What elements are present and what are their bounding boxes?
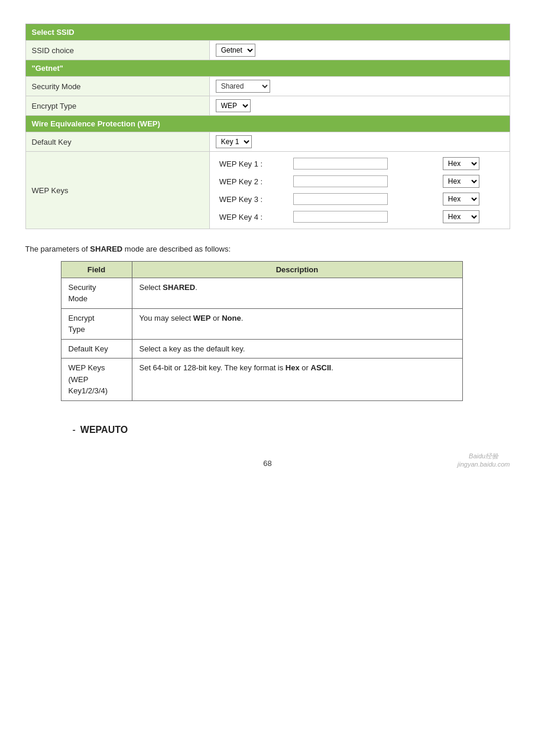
security-mode-label: Security Mode bbox=[25, 77, 209, 96]
wep-key-3-label: WEP Key 3 : bbox=[216, 190, 290, 208]
encrypt-type-label: Encrypt Type bbox=[25, 96, 209, 116]
info-row-wep-keys: WEP Keys(WEPKey1/2/3/4) Set 64-bit or 12… bbox=[61, 359, 462, 401]
wep-key-3-format-select[interactable]: Hex ASCII bbox=[443, 193, 479, 206]
wep-key-row-4: WEP Key 4 : Hex ASCII bbox=[216, 208, 504, 226]
getnet-header: "Getnet" bbox=[25, 60, 510, 77]
wep-keys-field: WEP Keys(WEPKey1/2/3/4) bbox=[61, 359, 132, 401]
wep-key-1-label: WEP Key 1 : bbox=[216, 155, 290, 172]
wep-key-row-2: WEP Key 2 : Hex ASCII bbox=[216, 172, 504, 190]
security-mode-desc: Select SHARED. bbox=[132, 278, 462, 308]
security-mode-select[interactable]: Open Shared WPA-PSK WPA2-PSK bbox=[216, 80, 270, 93]
wep-key-2-format-select[interactable]: Hex ASCII bbox=[443, 175, 479, 188]
wep-keys-desc: Set 64-bit or 128-bit key. The key forma… bbox=[132, 359, 462, 401]
encrypt-type-cell: WEP None bbox=[209, 96, 510, 116]
wep-key-2-format-cell: Hex ASCII bbox=[439, 172, 504, 190]
default-key-label: Default Key bbox=[25, 132, 209, 152]
page-footer: 68 Baidu经验jingyan.baidu.com bbox=[25, 459, 510, 468]
info-row-security-mode: SecurityMode Select SHARED. bbox=[61, 278, 462, 308]
info-row-default-key: Default Key Select a key as the default … bbox=[61, 339, 462, 359]
security-mode-cell: Open Shared WPA-PSK WPA2-PSK bbox=[209, 77, 510, 96]
wep-key-4-input-cell bbox=[290, 208, 439, 226]
page-number: 68 bbox=[263, 459, 271, 468]
info-table: Field Description SecurityMode Select SH… bbox=[61, 261, 463, 401]
encrypt-type-select[interactable]: WEP None bbox=[216, 99, 251, 112]
wep-key-3-input[interactable] bbox=[293, 193, 388, 205]
wepauto-dash: - bbox=[73, 425, 76, 435]
wep-key-2-input-cell bbox=[290, 172, 439, 190]
wep-key-4-input[interactable] bbox=[293, 211, 388, 223]
default-key-cell: Key 1 Key 2 Key 3 Key 4 bbox=[209, 132, 510, 152]
watermark-text: Baidu经验jingyan.baidu.com bbox=[458, 452, 510, 468]
description-suffix: mode are described as follows: bbox=[122, 245, 231, 253]
default-key-select[interactable]: Key 1 Key 2 Key 3 Key 4 bbox=[216, 135, 252, 148]
description-text: The parameters of SHARED mode are descri… bbox=[25, 243, 510, 255]
baidu-watermark: Baidu经验jingyan.baidu.com bbox=[458, 452, 510, 468]
ssid-choice-value: Getnet bbox=[209, 41, 510, 60]
encrypt-type-field: EncryptType bbox=[61, 308, 132, 339]
description-prefix: The parameters of bbox=[25, 245, 90, 253]
default-key-field: Default Key bbox=[61, 339, 132, 359]
wep-header: Wire Equivalence Protection (WEP) bbox=[25, 116, 510, 132]
wep-keys-label: WEP Keys bbox=[25, 152, 209, 229]
col-field: Field bbox=[61, 261, 132, 278]
wep-key-4-format-select[interactable]: Hex ASCII bbox=[443, 210, 479, 223]
wep-key-1-input[interactable] bbox=[293, 158, 388, 170]
info-row-encrypt-type: EncryptType You may select WEP or None. bbox=[61, 308, 462, 339]
encrypt-type-desc: You may select WEP or None. bbox=[132, 308, 462, 339]
info-table-header-row: Field Description bbox=[61, 261, 462, 278]
config-table: Select SSID SSID choice Getnet "Getnet" … bbox=[25, 24, 510, 229]
wepauto-section: - WEPAUTO bbox=[25, 425, 510, 435]
wep-key-2-label: WEP Key 2 : bbox=[216, 172, 290, 190]
wep-key-1-input-cell bbox=[290, 155, 439, 172]
wep-key-1-format-select[interactable]: Hex ASCII bbox=[443, 157, 479, 170]
wep-keys-cell: WEP Key 1 : Hex ASCII WEP Key 2 : bbox=[209, 152, 510, 229]
wep-key-2-input[interactable] bbox=[293, 175, 388, 187]
ssid-select[interactable]: Getnet bbox=[216, 44, 255, 57]
wepauto-label: WEPAUTO bbox=[80, 425, 128, 435]
wep-key-4-label: WEP Key 4 : bbox=[216, 208, 290, 226]
security-mode-field: SecurityMode bbox=[61, 278, 132, 308]
default-key-desc: Select a key as the default key. bbox=[132, 339, 462, 359]
wep-key-3-format-cell: Hex ASCII bbox=[439, 190, 504, 208]
col-description: Description bbox=[132, 261, 462, 278]
wep-key-1-format-cell: Hex ASCII bbox=[439, 155, 504, 172]
wep-key-3-input-cell bbox=[290, 190, 439, 208]
description-mode-bold: SHARED bbox=[90, 245, 122, 253]
ssid-choice-label: SSID choice bbox=[25, 41, 209, 60]
wep-inner-table: WEP Key 1 : Hex ASCII WEP Key 2 : bbox=[216, 155, 504, 226]
page-wrapper: Select SSID SSID choice Getnet "Getnet" … bbox=[25, 12, 510, 468]
select-ssid-header: Select SSID bbox=[25, 24, 510, 41]
wep-key-row-1: WEP Key 1 : Hex ASCII bbox=[216, 155, 504, 172]
wep-key-4-format-cell: Hex ASCII bbox=[439, 208, 504, 226]
wep-key-row-3: WEP Key 3 : Hex ASCII bbox=[216, 190, 504, 208]
